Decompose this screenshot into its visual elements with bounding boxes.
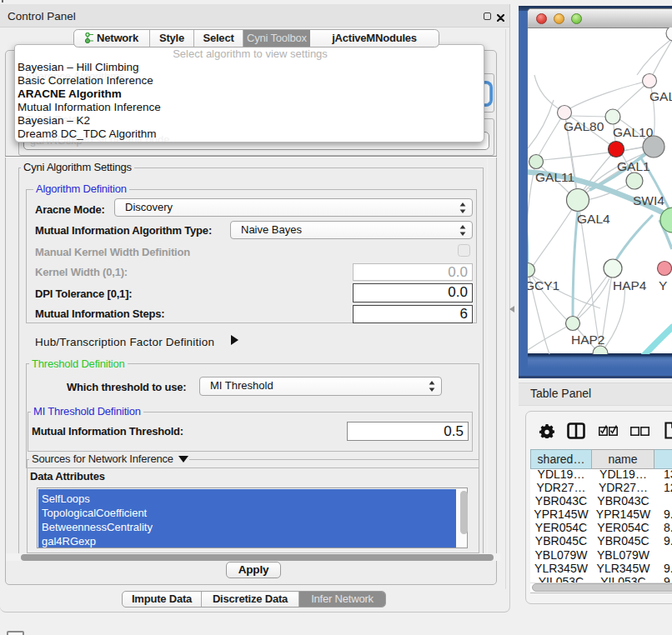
svg-text:Y: Y (659, 278, 667, 292)
svg-text:GAL11: GAL11 (535, 170, 574, 184)
svg-text:HAP2: HAP2 (571, 332, 605, 347)
svg-text:GAL2: GAL2 (649, 89, 672, 103)
svg-text:SWI4: SWI4 (633, 193, 664, 208)
svg-text:GAL80: GAL80 (564, 119, 604, 133)
svg-text:GAL1: GAL1 (617, 159, 650, 173)
svg-text:GCY1: GCY1 (528, 278, 559, 292)
svg-text:GAL4: GAL4 (577, 212, 610, 226)
svg-text:HAP4: HAP4 (613, 278, 647, 292)
svg-text:GAL10: GAL10 (613, 125, 654, 139)
